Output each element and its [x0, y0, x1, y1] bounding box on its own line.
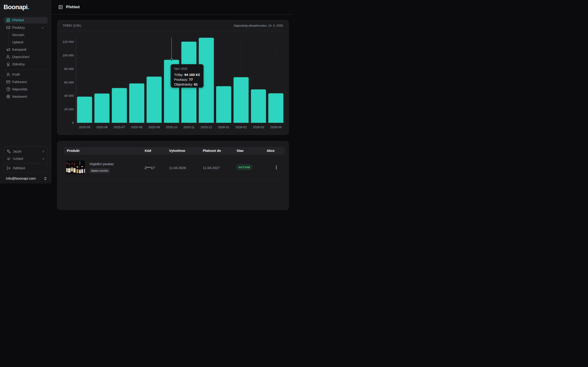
svg-text:2025-11: 2025-11	[183, 125, 195, 129]
svg-text:2025-10: 2025-10	[166, 125, 177, 129]
svg-text:80 000: 80 000	[64, 67, 73, 71]
svg-text:60 000: 60 000	[64, 81, 73, 84]
svg-text:2026-02: 2026-02	[235, 125, 247, 129]
svg-text:2026-04: 2026-04	[270, 125, 282, 129]
svg-text:100 000: 100 000	[62, 54, 74, 57]
svg-text:2025-09: 2025-09	[148, 125, 160, 129]
svg-text:0: 0	[72, 121, 74, 125]
svg-text:2025-12: 2025-12	[200, 125, 212, 129]
svg-text:2025-05: 2025-05	[79, 125, 90, 129]
svg-text:2025-08: 2025-08	[131, 125, 142, 129]
svg-text:2025-07: 2025-07	[113, 125, 125, 129]
svg-text:2025-06: 2025-06	[96, 125, 108, 129]
svg-text:40 000: 40 000	[64, 94, 73, 98]
svg-text:20 000: 20 000	[64, 108, 73, 111]
svg-text:120 000: 120 000	[62, 40, 74, 44]
svg-text:2026-03: 2026-03	[253, 125, 264, 129]
svg-text:2026-01: 2026-01	[218, 125, 229, 129]
